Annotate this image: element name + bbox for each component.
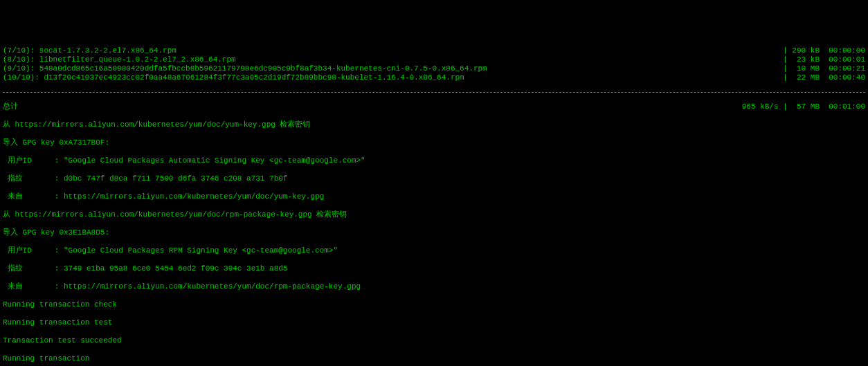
gpg-line: 来自 : https://mirrors.aliyun.com/kubernet… — [3, 282, 865, 291]
tx-line: Running transaction check — [3, 300, 865, 309]
download-stats: | 23 kB 00:00:01 — [783, 55, 865, 64]
gpg-line: 从 https://mirrors.aliyun.com/kubernetes/… — [3, 210, 865, 219]
gpg-line: 来自 : https://mirrors.aliyun.com/kubernet… — [3, 192, 865, 201]
tx-line: Running transaction — [3, 354, 865, 363]
download-stats: | 10 MB 00:00:21 — [783, 64, 865, 73]
download-line: (10/10): d13f20c41037ec4923cc02f0aa48a67… — [3, 73, 865, 82]
download-lines: (7/10): socat-1.7.3.2-2.el7.x86_64.rpm| … — [3, 46, 865, 82]
gpg-line: 导入 GPG key 0x3E1BA8D5: — [3, 228, 865, 237]
download-name: (8/10): libnetfilter_queue-1.0.2-2.el7_2… — [3, 55, 236, 64]
tx-line: Transaction test succeeded — [3, 336, 865, 345]
gpg-line: 从 https://mirrors.aliyun.com/kubernetes/… — [3, 120, 865, 129]
gpg-line: 用户ID : "Google Cloud Packages RPM Signin… — [3, 246, 865, 255]
download-line: (9/10): 548a0dcd865c16a50980420ddfa5fbcc… — [3, 64, 865, 73]
download-stats: | 22 MB 00:00:40 — [783, 73, 865, 82]
download-line: (7/10): socat-1.7.3.2-2.el7.x86_64.rpm| … — [3, 46, 865, 55]
gpg-line: 指纹 : d0bc 747f d8ca f711 7500 d6fa 3746 … — [3, 174, 865, 183]
gpg-line: 导入 GPG key 0xA7317B0F: — [3, 138, 865, 147]
terminal-output: (7/10): socat-1.7.3.2-2.el7.x86_64.rpm| … — [3, 37, 865, 366]
gpg-line: 用户ID : "Google Cloud Packages Automatic … — [3, 156, 865, 165]
download-name: (10/10): d13f20c41037ec4923cc02f0aa48a67… — [3, 73, 464, 82]
download-name: (9/10): 548a0dcd865c16a50980420ddfa5fbcc… — [3, 64, 487, 73]
divider — [3, 92, 865, 93]
total-line: 总计965 kB/s | 57 MB 00:01:00 — [3, 102, 865, 111]
tx-line: Running transaction test — [3, 318, 865, 327]
total-rate: 965 kB/s | 57 MB 00:01:00 — [742, 102, 865, 111]
download-line: (8/10): libnetfilter_queue-1.0.2-2.el7_2… — [3, 55, 865, 64]
download-stats: | 290 kB 00:00:00 — [783, 46, 865, 55]
download-name: (7/10): socat-1.7.3.2-2.el7.x86_64.rpm — [3, 46, 177, 55]
gpg-line: 指纹 : 3749 e1ba 95a8 6ce0 5454 6ed2 f09c … — [3, 264, 865, 273]
total-label: 总计 — [3, 102, 18, 111]
